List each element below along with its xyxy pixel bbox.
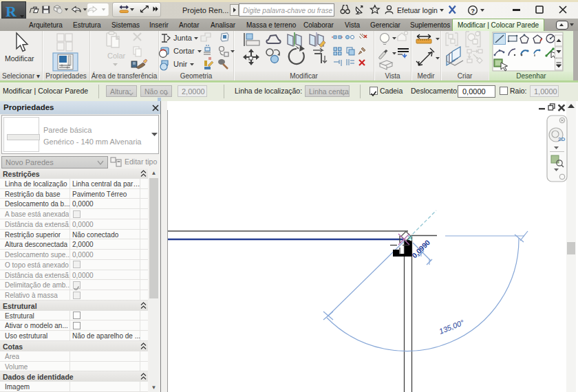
svg-text:Cortar: Cortar bbox=[173, 47, 195, 55]
svg-text:135,00°: 135,00° bbox=[438, 318, 465, 336]
svg-text:Colar: Colar bbox=[107, 52, 126, 60]
svg-text:Modificar: Modificar bbox=[5, 54, 34, 63]
svg-text:Junta: Junta bbox=[173, 34, 193, 42]
svg-text:R: R bbox=[6, 3, 17, 20]
svg-text:Unir: Unir bbox=[173, 60, 188, 68]
svg-text:?: ? bbox=[471, 7, 475, 14]
svg-text:2D: 2D bbox=[558, 136, 565, 142]
